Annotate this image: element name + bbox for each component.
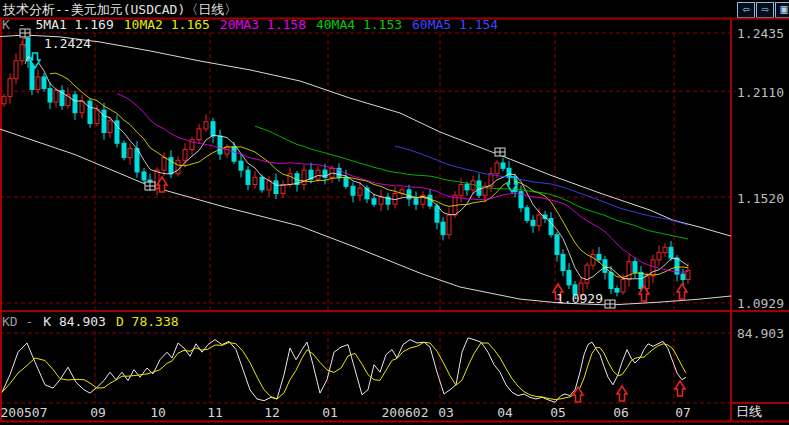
kd-legend: KD -K 84.903D 78.338 bbox=[2, 315, 189, 329]
candle bbox=[567, 271, 571, 285]
candle bbox=[501, 163, 505, 168]
candle bbox=[73, 95, 77, 113]
candle bbox=[525, 208, 529, 221]
candle bbox=[183, 150, 187, 161]
y-axis-label: 1.1520 bbox=[737, 191, 784, 206]
candle bbox=[232, 147, 236, 161]
candle bbox=[162, 158, 166, 171]
x-axis-label: 07 bbox=[675, 405, 691, 420]
candle bbox=[88, 101, 92, 123]
candle bbox=[435, 206, 439, 222]
candle bbox=[591, 254, 595, 265]
ma-line-20 bbox=[117, 94, 688, 273]
candle bbox=[246, 170, 250, 184]
candle bbox=[585, 265, 589, 283]
candle bbox=[531, 220, 535, 225]
candle bbox=[14, 61, 18, 79]
x-axis-label: 05 bbox=[550, 405, 566, 420]
candle bbox=[507, 168, 511, 177]
ma-line-5 bbox=[25, 57, 688, 280]
candle bbox=[495, 163, 499, 174]
candle bbox=[407, 190, 411, 199]
candle bbox=[197, 129, 201, 140]
chart-canvas[interactable] bbox=[0, 0, 789, 425]
candle bbox=[2, 97, 6, 104]
candle bbox=[651, 260, 655, 276]
candle bbox=[627, 262, 631, 280]
up-arrow-icon bbox=[677, 284, 687, 299]
legend-prefix: KD - bbox=[2, 314, 33, 329]
candle bbox=[211, 122, 215, 136]
x-axis-label: 06 bbox=[613, 405, 629, 420]
x-axis-label: 200602 bbox=[382, 405, 429, 420]
candle bbox=[42, 77, 46, 89]
candle bbox=[344, 177, 348, 186]
candle bbox=[633, 262, 637, 273]
candle bbox=[681, 274, 685, 279]
x-axis-label: 01 bbox=[322, 405, 338, 420]
candle bbox=[441, 222, 445, 235]
up-arrow-icon bbox=[617, 386, 627, 401]
candle bbox=[274, 181, 278, 194]
chart-app-window: 技术分析--美元加元(USDCAD)〈日线〉 ⇦ ⇨ ▣ K -5MA1 1.1… bbox=[0, 0, 789, 425]
candle bbox=[128, 149, 132, 158]
x-axis-label: 03 bbox=[438, 405, 454, 420]
x-axis-label: 12 bbox=[264, 405, 280, 420]
kd-k-line bbox=[2, 338, 686, 402]
period-label[interactable]: 日线 bbox=[736, 404, 786, 420]
candle bbox=[663, 247, 667, 252]
gridlines bbox=[0, 33, 736, 403]
candle bbox=[204, 122, 208, 129]
candle bbox=[561, 254, 565, 270]
candle bbox=[260, 177, 264, 190]
candle bbox=[477, 181, 481, 195]
candle bbox=[281, 184, 285, 193]
envelope-lower-band bbox=[0, 129, 731, 305]
candle bbox=[54, 90, 58, 102]
candle bbox=[351, 186, 355, 195]
candle bbox=[597, 254, 601, 259]
candle bbox=[267, 181, 271, 190]
up-arrow-icon bbox=[573, 387, 583, 402]
candle bbox=[555, 235, 559, 255]
candle bbox=[142, 172, 146, 180]
candle bbox=[358, 188, 362, 195]
candle bbox=[20, 45, 24, 61]
y-axis-label: 1.0929 bbox=[737, 296, 784, 311]
candle bbox=[645, 276, 649, 289]
kd-d-line bbox=[2, 342, 686, 399]
legend-item: D 78.338 bbox=[116, 314, 179, 329]
candle bbox=[135, 149, 139, 172]
y-axis-label: 1.2110 bbox=[737, 85, 784, 100]
x-axis-label: 04 bbox=[497, 405, 513, 420]
candle bbox=[36, 77, 40, 90]
candle bbox=[639, 272, 643, 288]
candle bbox=[465, 184, 469, 189]
up-arrow-icon bbox=[675, 381, 685, 396]
candle bbox=[414, 199, 418, 204]
candle bbox=[8, 79, 12, 97]
candle bbox=[80, 101, 84, 113]
legend-item: K 84.903 bbox=[43, 314, 106, 329]
candle bbox=[122, 143, 126, 157]
candle bbox=[253, 177, 257, 184]
candle bbox=[48, 89, 52, 102]
y-axis-label: 84.903 bbox=[737, 326, 784, 341]
candle bbox=[372, 199, 376, 204]
candle bbox=[609, 272, 613, 288]
candle bbox=[621, 280, 625, 293]
candle bbox=[447, 215, 451, 235]
x-axis-label: 200507 bbox=[1, 405, 48, 420]
candle bbox=[102, 110, 106, 132]
candle bbox=[239, 161, 243, 170]
candle bbox=[316, 170, 320, 179]
candle bbox=[669, 247, 673, 258]
candle bbox=[108, 121, 112, 133]
candle bbox=[302, 170, 306, 184]
price-annotation: 1.0929 bbox=[556, 291, 603, 306]
candle bbox=[657, 253, 661, 260]
candle bbox=[537, 215, 541, 226]
candle bbox=[95, 110, 99, 123]
x-axis-label: 09 bbox=[90, 405, 106, 420]
candle bbox=[615, 288, 619, 292]
